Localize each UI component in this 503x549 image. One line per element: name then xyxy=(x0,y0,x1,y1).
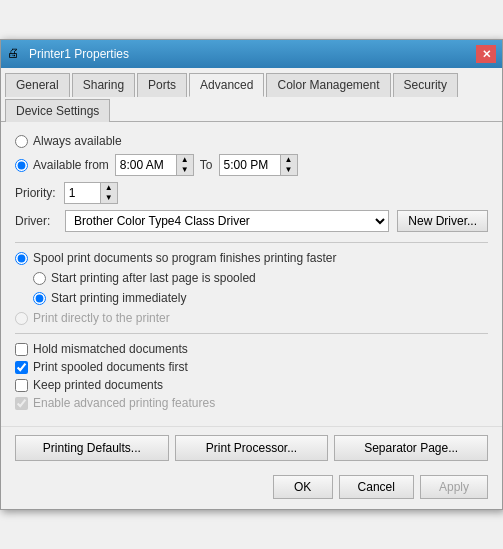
priority-down[interactable]: ▼ xyxy=(101,193,117,203)
available-from-row: Available from ▲ ▼ To ▲ ▼ xyxy=(15,154,488,176)
print-processor-button[interactable]: Print Processor... xyxy=(175,435,329,461)
window-title: Printer1 Properties xyxy=(29,47,129,61)
spool-label[interactable]: Spool print documents so program finishe… xyxy=(15,251,337,265)
start-after-label[interactable]: Start printing after last page is spoole… xyxy=(33,271,256,285)
start-after-row: Start printing after last page is spoole… xyxy=(15,271,488,285)
to-time-spinner: ▲ ▼ xyxy=(280,155,297,175)
tab-sharing[interactable]: Sharing xyxy=(72,73,135,97)
divider-2 xyxy=(15,333,488,334)
print-directly-row: Print directly to the printer xyxy=(15,311,488,325)
to-time-down[interactable]: ▼ xyxy=(281,165,297,175)
tabs-row: General Sharing Ports Advanced Color Man… xyxy=(1,68,502,122)
priority-input-wrap: ▲ ▼ xyxy=(64,182,118,204)
start-immediately-label[interactable]: Start printing immediately xyxy=(33,291,186,305)
enable-advanced-checkbox[interactable] xyxy=(15,397,28,410)
hold-mismatched-row: Hold mismatched documents xyxy=(15,342,488,356)
print-directly-radio[interactable] xyxy=(15,312,28,325)
tab-advanced[interactable]: Advanced xyxy=(189,73,264,97)
advanced-tab-content: Always available Available from ▲ ▼ To ▲ xyxy=(1,122,502,426)
cancel-button[interactable]: Cancel xyxy=(339,475,414,499)
new-driver-button[interactable]: New Driver... xyxy=(397,210,488,232)
keep-printed-checkbox[interactable] xyxy=(15,379,28,392)
from-time-spinner: ▲ ▼ xyxy=(176,155,193,175)
driver-select[interactable]: Brother Color Type4 Class Driver xyxy=(65,210,389,232)
to-time-input[interactable] xyxy=(220,155,280,175)
separator-page-button[interactable]: Separator Page... xyxy=(334,435,488,461)
tab-general[interactable]: General xyxy=(5,73,70,97)
enable-advanced-row: Enable advanced printing features xyxy=(15,396,488,410)
available-from-label[interactable]: Available from xyxy=(15,158,109,172)
start-immediately-radio[interactable] xyxy=(33,292,46,305)
driver-row: Driver: Brother Color Type4 Class Driver… xyxy=(15,210,488,232)
hold-mismatched-checkbox[interactable] xyxy=(15,343,28,356)
priority-row: Priority: ▲ ▼ xyxy=(15,182,488,204)
divider-1 xyxy=(15,242,488,243)
available-from-radio[interactable] xyxy=(15,159,28,172)
apply-button[interactable]: Apply xyxy=(420,475,488,499)
keep-printed-row: Keep printed documents xyxy=(15,378,488,392)
close-button[interactable]: ✕ xyxy=(476,45,496,63)
tab-ports[interactable]: Ports xyxy=(137,73,187,97)
to-label: To xyxy=(200,158,213,172)
print-spooled-row: Print spooled documents first xyxy=(15,360,488,374)
printer-icon: 🖨 xyxy=(7,46,23,62)
printing-defaults-button[interactable]: Printing Defaults... xyxy=(15,435,169,461)
priority-input[interactable] xyxy=(65,183,100,203)
dialog-buttons: OK Cancel Apply xyxy=(1,469,502,509)
driver-label: Driver: xyxy=(15,214,57,228)
title-bar: 🖨 Printer1 Properties ✕ xyxy=(1,40,502,68)
spool-radio[interactable] xyxy=(15,252,28,265)
to-time-up[interactable]: ▲ xyxy=(281,155,297,165)
title-bar-left: 🖨 Printer1 Properties xyxy=(7,46,129,62)
to-time-wrap: ▲ ▼ xyxy=(219,154,298,176)
priority-up[interactable]: ▲ xyxy=(101,183,117,193)
always-available-radio[interactable] xyxy=(15,135,28,148)
tab-security[interactable]: Security xyxy=(393,73,458,97)
spool-row: Spool print documents so program finishe… xyxy=(15,251,488,265)
always-available-row: Always available xyxy=(15,134,488,148)
print-spooled-checkbox[interactable] xyxy=(15,361,28,374)
priority-spinner: ▲ ▼ xyxy=(100,183,117,203)
tab-color-management[interactable]: Color Management xyxy=(266,73,390,97)
tab-device-settings[interactable]: Device Settings xyxy=(5,99,110,122)
from-time-input[interactable] xyxy=(116,155,176,175)
printer-properties-window: 🖨 Printer1 Properties ✕ General Sharing … xyxy=(0,39,503,510)
from-time-wrap: ▲ ▼ xyxy=(115,154,194,176)
start-after-radio[interactable] xyxy=(33,272,46,285)
from-time-down[interactable]: ▼ xyxy=(177,165,193,175)
bottom-buttons: Printing Defaults... Print Processor... … xyxy=(1,426,502,469)
always-available-label[interactable]: Always available xyxy=(15,134,122,148)
priority-label: Priority: xyxy=(15,186,56,200)
ok-button[interactable]: OK xyxy=(273,475,333,499)
start-immediately-row: Start printing immediately xyxy=(15,291,488,305)
from-time-up[interactable]: ▲ xyxy=(177,155,193,165)
print-directly-label[interactable]: Print directly to the printer xyxy=(15,311,170,325)
